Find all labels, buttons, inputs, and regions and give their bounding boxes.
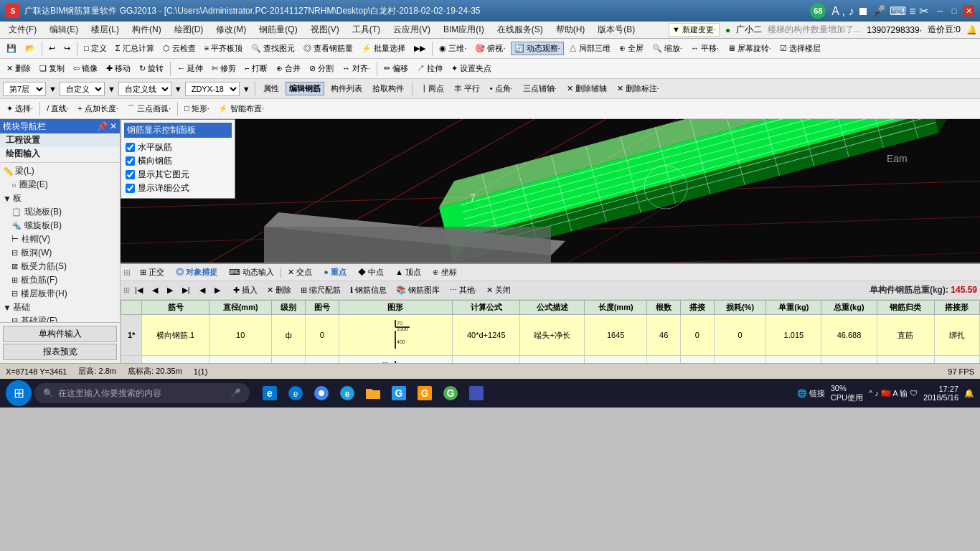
sidebar-item-banjin[interactable]: ⊟板洞(W) — [0, 246, 120, 260]
sidebar-group-foundation[interactable]: ▼ 基础 — [0, 301, 120, 314]
tb-delete-axis[interactable]: ✕ 删除辅轴 — [563, 82, 611, 95]
tb-select-floor[interactable]: ☑ 选择楼层 — [776, 42, 824, 55]
snap-coord[interactable]: ⊕ 坐标 — [428, 265, 462, 279]
tb-redo[interactable]: ↪ — [60, 42, 74, 55]
tb-point-angle[interactable]: • 点角· — [486, 82, 517, 95]
snap-orthogonal[interactable]: ⊞ 正交 — [135, 265, 169, 279]
sidebar-item-luopan[interactable]: 🔩螺旋板(B) — [0, 219, 120, 232]
tb-line[interactable]: / 直线· — [43, 102, 72, 116]
sidebar-item-xianpan[interactable]: 📋现浇板(B) — [0, 205, 120, 219]
snap-object[interactable]: ◎ 对象捕捉 — [171, 265, 222, 279]
tb-fullscreen[interactable]: ⊕ 全屏 — [616, 42, 647, 55]
tb-extend[interactable]: ← 延伸 — [174, 62, 207, 75]
snap-vertex[interactable]: ▲ 顶点 — [390, 265, 426, 279]
tb-edit-rebar[interactable]: 编辑钢筋 — [286, 82, 324, 95]
menu-edit[interactable]: 编辑(E) — [44, 22, 84, 37]
rebar-control-item-show-formula[interactable]: 显示详细公式 — [124, 182, 232, 195]
cb-transverse-rebar[interactable] — [126, 156, 135, 166]
rebar-nav-last[interactable]: ▶| — [178, 284, 194, 296]
taskbar-app-g1[interactable]: G — [387, 382, 410, 405]
menu-version[interactable]: 版本号(B) — [592, 22, 641, 37]
tb-undo[interactable]: ↩ — [45, 42, 59, 55]
tb-two-points[interactable]: 丨两点 — [417, 82, 448, 95]
menu-online[interactable]: 在线服务(S) — [491, 22, 549, 37]
tb-dynamic-observe[interactable]: 🔄 动态观察· — [511, 42, 564, 55]
rebar-btn-insert[interactable]: ✚ 插入 — [229, 283, 262, 297]
tb-mirror[interactable]: ⇦ 镜像 — [70, 62, 101, 75]
taskbar-app-g2[interactable]: G — [413, 382, 436, 405]
rebar-control-item-transverse[interactable]: 横向钢筋 — [124, 154, 232, 168]
table-row[interactable]: 1* 横向钢筋.1 10 ф 0 70 1000 — [121, 315, 980, 356]
sidebar-item-jichu-liang[interactable]: ⊟基础梁(F) — [0, 314, 120, 322]
tb-delete-note[interactable]: ✕ 删除标注· — [613, 82, 663, 95]
tb-copy[interactable]: ❑ 复制 — [36, 62, 68, 75]
tb-zoom[interactable]: 🔍 缩放· — [649, 42, 686, 55]
tb-component-list[interactable]: 构件列表 — [327, 82, 366, 95]
tb-align-top[interactable]: ≡ 平齐板顶 — [201, 42, 246, 55]
rebar-btn-scale[interactable]: ⊞ 缩尺配筋 — [296, 283, 345, 297]
sidebar-item-ring[interactable]: ○圈梁(E) — [0, 178, 120, 192]
rebar-nav-back[interactable]: ◀ — [195, 284, 209, 296]
tb-save[interactable]: 💾 — [3, 42, 20, 55]
tb-define[interactable]: □ 定义 — [80, 42, 110, 55]
tb-rect[interactable]: □ 矩形· — [181, 102, 213, 116]
tb-more[interactable]: ▶▶ — [410, 42, 429, 55]
tb-view-rebar[interactable]: ◎ 查看钢筋量 — [300, 42, 357, 55]
maximize-button[interactable]: □ — [948, 5, 960, 17]
viewport[interactable]: 7 0 Eam 钢筋显示控制面板 水平纵筋 — [121, 119, 980, 263]
sidebar-item-zhujin[interactable]: ⊢柱帽(V) — [0, 232, 120, 246]
tb-pan[interactable]: ↔ 平移· — [687, 42, 722, 55]
rebar-btn-delete[interactable]: ✕ 删除 — [263, 283, 296, 297]
rebar-table-container[interactable]: 筋号 直径(mm) 级别 图号 图形 计算公式 公式描述 长度(mm) 根数 搭… — [121, 300, 980, 363]
rebar-btn-close[interactable]: ✕ 关闭 — [482, 283, 515, 297]
tb-move[interactable]: ✚ 移动 — [103, 62, 134, 75]
menu-rebar-qty[interactable]: 钢筋量(Q) — [253, 22, 303, 37]
custom-selector2[interactable]: 自定义线 — [118, 82, 171, 96]
taskbar-app-connect[interactable] — [465, 382, 488, 405]
tb-stretch[interactable]: ↗ 拉伸 — [413, 62, 446, 75]
sidebar-pin[interactable]: 📌 ✕ — [97, 121, 117, 131]
table-row[interactable]: 2 横向钢筋.2 10 ф 0 95 300 — [121, 356, 980, 364]
snap-dynamic[interactable]: ⌨ 动态输入 — [224, 265, 279, 279]
taskbar-app-ie[interactable]: e — [336, 382, 359, 405]
tb-delete[interactable]: ✕ 删除 — [3, 62, 34, 75]
start-button[interactable]: ⊞ — [6, 380, 32, 406]
tb-screen-rotate[interactable]: 🖥 屏幕旋转· — [724, 42, 775, 55]
taskbar-app-chrome[interactable] — [310, 382, 333, 405]
tb-point-length[interactable]: + 点加长度· — [74, 102, 122, 116]
rebar-nav-next[interactable]: ▶ — [163, 284, 177, 296]
new-change-btn[interactable]: ▼ 新建变更· — [669, 23, 720, 37]
close-button[interactable]: ✕ — [963, 5, 974, 17]
tb-rotate[interactable]: ↻ 旋转 — [136, 62, 167, 75]
rebar-nav-prev[interactable]: ◀ — [148, 284, 162, 296]
report-preview-btn[interactable]: 报表预览 — [3, 344, 117, 360]
tb-parallel[interactable]: 丰 平行 — [451, 82, 484, 95]
tb-offset[interactable]: ✏ 偏移 — [380, 62, 412, 75]
menu-cloud[interactable]: 云应用(V) — [387, 22, 436, 37]
cb-show-other[interactable] — [126, 170, 135, 179]
rebar-control-item-horizontal[interactable]: 水平纵筋 — [124, 141, 232, 154]
rebar-control-item-show-other[interactable]: 显示其它图元 — [124, 168, 232, 182]
minimize-button[interactable]: ─ — [934, 5, 946, 17]
snap-intersection[interactable]: ✕ 交点 — [283, 265, 317, 279]
tb-find[interactable]: 🔍 查找图元 — [248, 42, 298, 55]
cb-horizontal-rebar[interactable] — [126, 143, 135, 152]
custom-selector1[interactable]: 自定义 — [60, 82, 105, 96]
tb-three-arc[interactable]: ⌒ 三点画弧· — [123, 102, 174, 116]
tb-cloud-check[interactable]: ⬡ 云检查 — [159, 42, 199, 55]
tb-merge[interactable]: ⊕ 合并 — [273, 62, 304, 75]
single-component-input-btn[interactable]: 单构件输入 — [3, 326, 117, 342]
tb-sum[interactable]: Σ 汇总计算 — [112, 42, 158, 55]
tb-3d[interactable]: ◉ 三维· — [435, 42, 470, 55]
rebar-btn-info[interactable]: ℹ 钢筋信息 — [346, 283, 391, 297]
rebar-btn-library[interactable]: 📚 钢筋图库 — [392, 283, 444, 297]
tb-three-point-axis[interactable]: 三点辅轴· — [519, 82, 560, 95]
snap-midpoint[interactable]: ● 重点 — [319, 265, 352, 279]
menu-draw[interactable]: 绘图(D) — [169, 22, 209, 37]
tb-split[interactable]: ⊘ 分割 — [306, 62, 337, 75]
tb-local-3d[interactable]: △ 局部三维 — [565, 42, 614, 55]
tb-break[interactable]: ⌐ 打断 — [241, 62, 270, 75]
tb-batch-select[interactable]: ⚡ 批量选择 — [358, 42, 409, 55]
tb-select[interactable]: ✦ 选择· — [3, 102, 37, 116]
menu-component[interactable]: 构件(N) — [126, 22, 167, 37]
